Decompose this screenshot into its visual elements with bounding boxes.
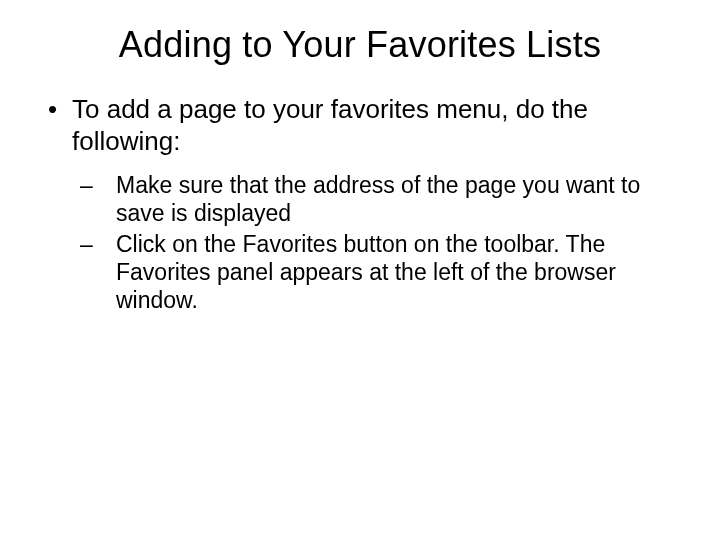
bullet-text: Make sure that the address of the page y… — [116, 172, 640, 226]
bullet-level2-item: –Make sure that the address of the page … — [40, 171, 680, 227]
bullet-level1: To add a page to your favorites menu, do… — [40, 94, 680, 157]
slide: Adding to Your Favorites Lists To add a … — [0, 0, 720, 314]
slide-title: Adding to Your Favorites Lists — [40, 24, 680, 66]
bullet-text: Click on the Favorites button on the too… — [116, 231, 616, 313]
bullet-level2-item: –Click on the Favorites button on the to… — [40, 230, 680, 314]
